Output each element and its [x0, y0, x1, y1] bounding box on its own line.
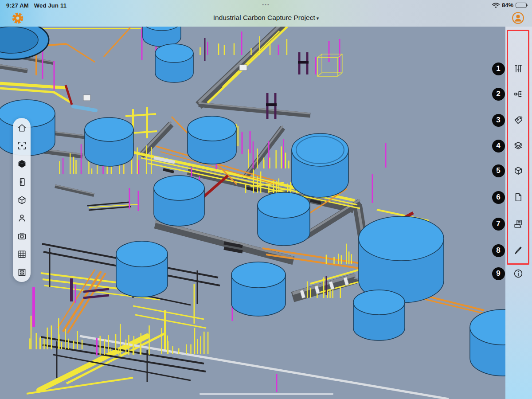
title-bar: Industrial Carbon Capture Project▾ [0, 10, 532, 27]
battery-percent-label: 84% [502, 2, 513, 8]
sidebar-tags-button[interactable] [512, 113, 525, 127]
info-icon [513, 268, 524, 279]
pen-icon [513, 245, 524, 256]
multitasking-dots: ••• [0, 2, 532, 7]
sidebar-models-button[interactable] [512, 164, 525, 177]
focus-icon [17, 141, 27, 151]
sheet-icon [17, 267, 27, 278]
header: 9:27 AMWed Jun 11 ••• 84% [0, 0, 532, 27]
sidebar-sheets-button[interactable] [512, 217, 525, 231]
layers-icon [513, 141, 524, 151]
avatar-icon [512, 12, 524, 24]
sidebar-files-button[interactable] [512, 191, 525, 204]
box-icon [17, 195, 27, 205]
battery-icon [516, 3, 527, 8]
measure-button[interactable] [16, 176, 27, 188]
hierarchy-icon [513, 89, 524, 99]
sheets-icon [513, 219, 524, 229]
tag-icon [513, 115, 524, 125]
sidebar-markup-button[interactable] [512, 244, 525, 257]
model-3d-viewport[interactable] [0, 27, 532, 399]
ruler-icon [17, 177, 27, 187]
user-avatar-button[interactable] [512, 12, 524, 24]
file-icon [513, 192, 524, 203]
camera-icon [17, 231, 27, 241]
model-view-button[interactable] [16, 158, 27, 170]
app-window: 9:27 AMWed Jun 11 ••• 84% [0, 0, 532, 399]
chevron-down-icon: ▾ [317, 16, 319, 21]
wifi-icon [492, 3, 500, 8]
sidebar-layers-button[interactable] [512, 139, 525, 153]
avatar-mode-button[interactable] [16, 212, 27, 224]
sidebar-filters-button[interactable] [512, 62, 525, 75]
model-cube-filled-icon [17, 159, 27, 169]
sidebar-hierarchy-button[interactable] [512, 87, 525, 101]
project-title-dropdown[interactable]: Industrial Carbon Capture Project▾ [0, 14, 532, 22]
grid-icon [17, 249, 27, 259]
home-icon [17, 123, 27, 133]
sidebar-info-button[interactable] [512, 267, 525, 280]
sliders-icon [513, 63, 524, 74]
page-title: Industrial Carbon Capture Project [213, 14, 315, 21]
panel-sidebar [505, 27, 532, 399]
status-bar: 9:27 AMWed Jun 11 ••• 84% [0, 0, 532, 10]
cube-icon [513, 165, 524, 176]
objects-button[interactable] [16, 194, 27, 206]
home-view-button[interactable] [16, 122, 27, 133]
photo-capture-button[interactable] [16, 231, 27, 242]
sheets-view-button[interactable] [16, 266, 27, 278]
view-toolbar [13, 118, 31, 282]
grid-view-button[interactable] [16, 248, 27, 260]
focus-selection-button[interactable] [16, 140, 27, 152]
home-indicator[interactable] [200, 393, 333, 395]
person-icon [17, 213, 27, 223]
